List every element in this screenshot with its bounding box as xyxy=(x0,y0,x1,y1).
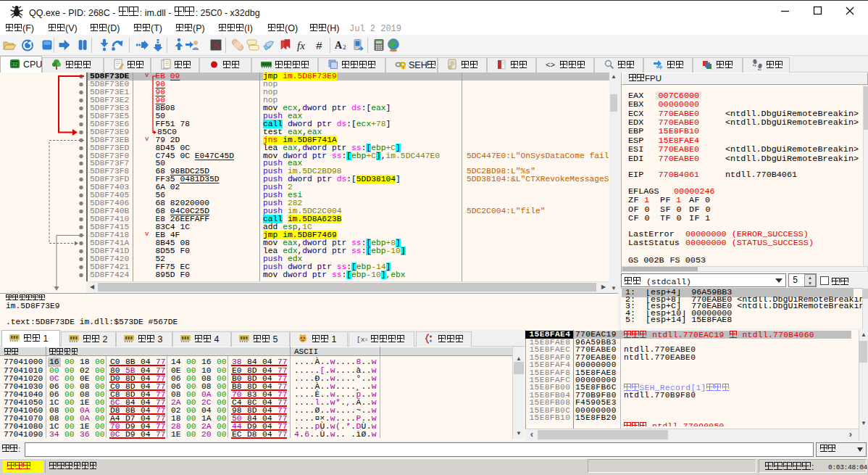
svg-text:2: 2 xyxy=(343,44,346,51)
svg-text:<>: <> xyxy=(546,61,555,70)
svg-text:fx: fx xyxy=(297,40,305,51)
svg-text:A: A xyxy=(335,40,343,51)
svg-text:#: # xyxy=(316,39,322,51)
svg-text:32: 32 xyxy=(12,62,18,67)
svg-text:[x=]: [x=] xyxy=(356,336,367,344)
svg-text:S: S xyxy=(213,40,218,51)
